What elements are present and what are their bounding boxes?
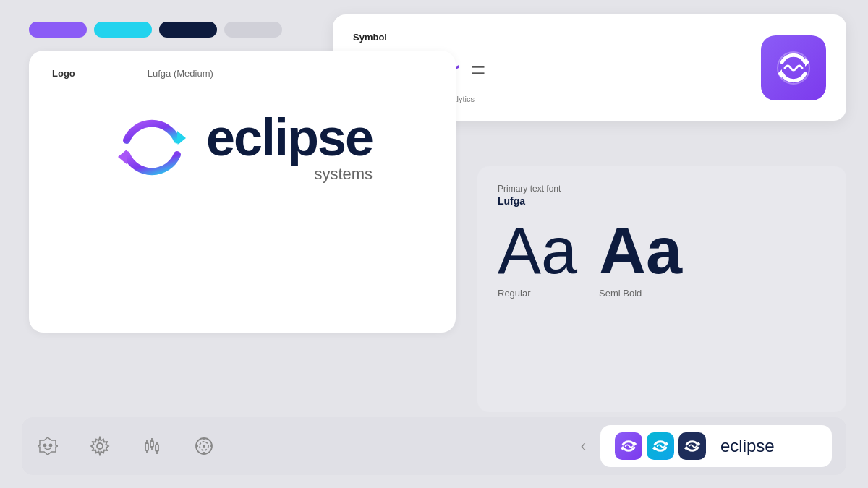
app-icon-cyan	[647, 432, 674, 460]
svg-marker-5	[38, 437, 58, 455]
app-identity-card: eclipse	[600, 425, 832, 467]
logo-text-group: eclipse systems	[206, 111, 373, 184]
svg-point-7	[50, 445, 52, 447]
logo-display: eclipse systems	[52, 108, 433, 187]
svg-rect-9	[145, 443, 148, 450]
app-icon-dark-svg	[683, 437, 702, 455]
typography-aa-regular: Aa	[498, 218, 577, 283]
symbol-title: Symbol	[353, 32, 761, 43]
logo-label: Logo	[52, 68, 75, 79]
typography-samples: Aa Regular Aa Semi Bold	[498, 218, 826, 299]
svg-marker-28	[652, 446, 655, 450]
typography-aa-semibold: Aa	[599, 218, 682, 283]
gear-icon[interactable]	[88, 435, 111, 458]
candlestick-icon[interactable]	[140, 435, 163, 458]
app-icon-cyan-svg	[651, 437, 670, 455]
face-icon[interactable]	[36, 435, 59, 458]
typography-regular-label: Regular	[498, 288, 531, 299]
symbol-icon-box	[761, 35, 826, 100]
symbol-icon-svg	[772, 46, 815, 90]
app-icon-purple-svg	[619, 437, 638, 455]
color-swatches	[29, 22, 282, 38]
back-chevron[interactable]: ‹	[581, 437, 586, 455]
svg-marker-3	[177, 131, 186, 145]
svg-rect-12	[150, 441, 153, 447]
svg-marker-25	[634, 442, 637, 446]
typography-primary-label: Primary text font	[498, 184, 826, 194]
eclipse-logo-icon	[112, 108, 192, 187]
systems-wordmark: systems	[206, 165, 373, 184]
symbol-equals: =	[470, 55, 485, 85]
typography-semibold-label: Semi Bold	[599, 288, 642, 299]
typography-card: Primary text font Lufga Aa Regular Aa Se…	[477, 166, 846, 412]
svg-marker-4	[118, 150, 127, 164]
logo-card-header: Logo Lufga (Medium)	[52, 68, 433, 79]
svg-point-8	[97, 443, 103, 449]
typography-regular: Aa Regular	[498, 218, 577, 299]
app-icon-purple	[615, 432, 642, 460]
clock-icon[interactable]	[192, 435, 216, 458]
typography-font-name: Lufga	[498, 195, 826, 207]
typography-semibold: Aa Semi Bold	[599, 218, 682, 299]
swatch-dark	[159, 22, 217, 38]
main-container: Symbol e + = letter 'e' Analytics	[0, 0, 868, 488]
font-label: Lufga (Medium)	[148, 68, 213, 79]
svg-rect-15	[156, 445, 158, 451]
bottom-bar: ‹	[22, 417, 846, 475]
svg-marker-26	[621, 446, 623, 450]
eclipse-wordmark: eclipse	[206, 111, 373, 163]
svg-marker-30	[684, 446, 686, 450]
swatch-cyan	[94, 22, 152, 38]
logo-card: Logo Lufga (Medium)	[29, 51, 456, 333]
svg-marker-27	[666, 442, 668, 446]
nav-icons	[36, 435, 581, 458]
swatch-light	[224, 22, 282, 38]
svg-point-6	[44, 445, 46, 447]
svg-marker-29	[698, 442, 700, 446]
app-icon-group	[615, 432, 706, 460]
swatch-purple	[29, 22, 87, 38]
svg-point-20	[203, 445, 205, 448]
app-icon-dark	[678, 432, 706, 460]
app-name: eclipse	[720, 436, 775, 456]
